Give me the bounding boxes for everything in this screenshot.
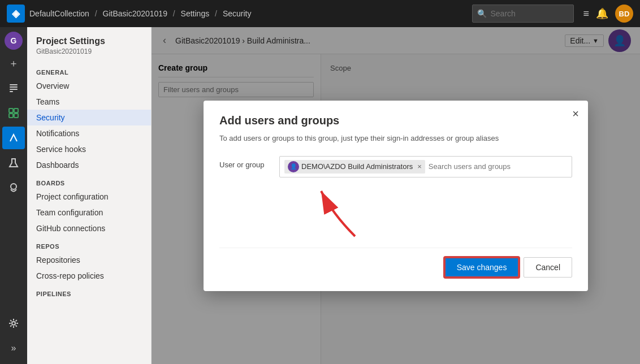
activity-expand[interactable]: » xyxy=(2,337,25,359)
activity-pipelines[interactable] xyxy=(2,127,25,149)
topbar: ◈ DefaultCollection / GitBasic20201019 /… xyxy=(0,0,640,27)
user-tag-avatar: 👤 xyxy=(288,161,299,172)
breadcrumb: DefaultCollection / GitBasic20201019 / S… xyxy=(29,9,468,18)
dialog-field-row: User or group 👤 DEMO\AZDO Build Administ… xyxy=(219,156,572,177)
activity-settings[interactable] xyxy=(2,312,25,335)
svg-rect-1 xyxy=(10,86,18,88)
sidebar-section-boards: Boards xyxy=(27,173,151,189)
svg-rect-7 xyxy=(14,114,18,118)
sidebar-item-repositories[interactable]: Repositories xyxy=(27,252,151,268)
dialog-title: Add users and groups xyxy=(219,114,572,127)
activity-repos[interactable] xyxy=(2,77,25,99)
sidebar-item-teams[interactable]: Teams xyxy=(27,94,151,110)
sidebar-item-overview[interactable]: Overview xyxy=(27,78,151,94)
activity-test[interactable] xyxy=(2,151,25,174)
topbar-icons: ≡ 🔔 BD xyxy=(583,5,633,23)
sidebar-section-repos: Repos xyxy=(27,236,151,252)
user-tag-text: DEMO\AZDO Build Administrators xyxy=(301,162,413,171)
breadcrumb-collection[interactable]: DefaultCollection xyxy=(29,9,89,18)
breadcrumb-sep2: / xyxy=(173,9,175,18)
field-label: User or group xyxy=(219,156,270,169)
save-changes-button[interactable]: Save changes xyxy=(444,257,520,278)
sidebar: Project Settings GitBasic20201019 Genera… xyxy=(27,27,152,364)
svg-rect-4 xyxy=(9,109,13,112)
dialog-close-button[interactable]: × xyxy=(572,107,579,120)
dialog-description: To add users or groups to this group, ju… xyxy=(219,134,572,142)
arrow-annotation xyxy=(265,185,572,242)
app-logo[interactable]: ◈ xyxy=(7,5,25,23)
dialog-footer: Save changes Cancel xyxy=(219,248,572,278)
svg-point-8 xyxy=(11,184,16,189)
content-area: ‹ GitBasic20201019 › Build Administra...… xyxy=(152,27,640,364)
svg-rect-6 xyxy=(9,114,13,118)
sidebar-section-general: General xyxy=(27,62,151,78)
cancel-button[interactable]: Cancel xyxy=(524,257,572,278)
breadcrumb-page[interactable]: Security xyxy=(223,9,252,18)
activity-artifacts[interactable] xyxy=(2,176,25,199)
sidebar-item-github-connections[interactable]: GitHub connections xyxy=(27,220,151,236)
breadcrumb-sep3: / xyxy=(215,9,217,18)
user-input-box[interactable]: 👤 DEMO\AZDO Build Administrators × xyxy=(279,156,572,177)
sidebar-item-cross-repo[interactable]: Cross-repo policies xyxy=(27,268,151,284)
svg-point-9 xyxy=(12,322,15,325)
project-initial[interactable]: G xyxy=(5,32,23,50)
sidebar-item-project-configuration[interactable]: Project configuration xyxy=(27,189,151,205)
search-icon: 🔍 xyxy=(477,9,487,18)
activity-bar: G ＋ » xyxy=(0,27,27,364)
user-tag: 👤 DEMO\AZDO Build Administrators × xyxy=(284,160,425,174)
main-layout: G ＋ » Project Settings GitBasic20201019 … xyxy=(0,27,640,364)
user-tag-remove[interactable]: × xyxy=(417,162,422,171)
sidebar-item-team-configuration[interactable]: Team configuration xyxy=(27,205,151,220)
user-search-input[interactable] xyxy=(429,162,524,171)
modal-overlay: × Add users and groups To add users or g… xyxy=(152,27,640,364)
search-box[interactable]: 🔍 xyxy=(472,5,574,23)
sidebar-project-title: Project Settings xyxy=(27,34,151,47)
svg-rect-5 xyxy=(14,109,18,112)
list-icon[interactable]: ≡ xyxy=(583,8,589,20)
sidebar-project-sub: GitBasic20201019 xyxy=(27,47,151,62)
sidebar-item-notifications[interactable]: Notifications xyxy=(27,125,151,141)
dialog: × Add users and groups To add users or g… xyxy=(204,101,588,291)
svg-rect-3 xyxy=(10,91,13,92)
arrow-svg xyxy=(265,185,378,242)
bell-icon[interactable]: 🔔 xyxy=(596,7,608,20)
search-input[interactable] xyxy=(490,9,558,18)
breadcrumb-sep1: / xyxy=(95,9,97,18)
sidebar-item-dashboards[interactable]: Dashboards xyxy=(27,157,151,173)
sidebar-item-service-hooks[interactable]: Service hooks xyxy=(27,141,151,157)
svg-rect-2 xyxy=(10,89,18,90)
breadcrumb-settings[interactable]: Settings xyxy=(181,9,210,18)
activity-boards[interactable] xyxy=(2,102,25,124)
breadcrumb-project[interactable]: GitBasic20201019 xyxy=(103,9,167,18)
sidebar-item-security[interactable]: Security xyxy=(27,110,151,125)
user-avatar[interactable]: BD xyxy=(615,5,633,23)
activity-add[interactable]: ＋ xyxy=(2,52,25,75)
svg-rect-0 xyxy=(10,84,18,85)
sidebar-section-pipelines: Pipelines xyxy=(27,284,151,300)
